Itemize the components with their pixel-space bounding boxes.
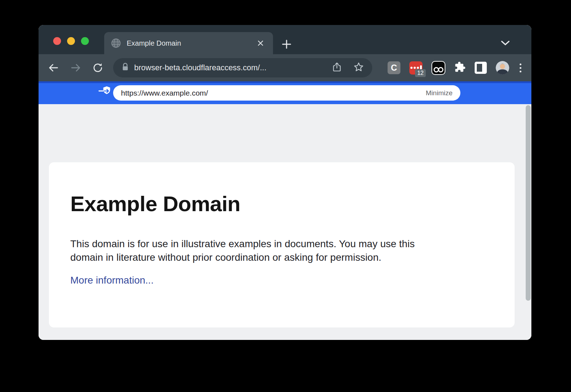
side-panel-icon[interactable] — [475, 62, 487, 74]
address-bar[interactable]: browser-beta.cloudflareaccess.com/... — [113, 58, 372, 77]
window-controls — [53, 37, 89, 45]
isolation-shield-icon — [98, 86, 111, 97]
minimize-button[interactable]: Minimize — [426, 89, 453, 97]
extension-red-dots-icon[interactable]: 12 — [409, 61, 423, 75]
scrollbar-thumb[interactable] — [526, 105, 531, 301]
isolation-url[interactable]: https://www.example.com/ — [121, 89, 208, 97]
extension-black-circles-icon[interactable] — [431, 61, 445, 75]
page-body-text: This domain is for use in illustrative e… — [70, 237, 415, 264]
tab-title: Example Domain — [127, 39, 181, 47]
minimize-window-button[interactable] — [67, 37, 75, 45]
extensions-row: C 12 — [388, 54, 523, 81]
share-icon[interactable] — [332, 62, 342, 73]
address-bar-url[interactable]: browser-beta.cloudflareaccess.com/... — [134, 63, 267, 72]
content-card: Example Domain This domain is for use in… — [49, 162, 515, 327]
body-line-1: This domain is for use in illustrative e… — [70, 237, 415, 251]
extension-c-icon[interactable]: C — [388, 61, 400, 74]
isolation-address-bar[interactable]: https://www.example.com/ Minimize — [113, 85, 460, 101]
more-information-link[interactable]: More information... — [70, 275, 153, 286]
reload-button[interactable] — [92, 62, 104, 74]
browser-menu-icon[interactable] — [518, 62, 523, 74]
bookmark-star-icon[interactable] — [354, 62, 364, 73]
globe-favicon-icon — [111, 39, 121, 48]
tab-strip: Example Domain — [39, 25, 531, 54]
extension-badge-count: 12 — [415, 69, 426, 77]
isolation-bar: https://www.example.com/ Minimize — [39, 81, 531, 104]
back-button[interactable] — [47, 62, 60, 74]
lock-icon[interactable] — [122, 63, 129, 73]
profile-avatar[interactable] — [496, 61, 509, 75]
body-line-2: domain in literature without prior coord… — [70, 251, 415, 264]
new-tab-button[interactable] — [278, 36, 295, 52]
browser-window: Example Domain — [39, 25, 531, 340]
tab-search-chevron-icon[interactable] — [500, 39, 511, 47]
page-viewport: Example Domain This domain is for use in… — [39, 104, 531, 340]
forward-button[interactable] — [70, 62, 82, 74]
page-heading: Example Domain — [70, 192, 241, 216]
tab-close-icon[interactable] — [255, 38, 266, 49]
close-window-button[interactable] — [53, 37, 61, 45]
zoom-window-button[interactable] — [81, 37, 89, 45]
browser-tab[interactable]: Example Domain — [104, 32, 273, 54]
extensions-puzzle-icon[interactable] — [454, 61, 466, 74]
browser-toolbar: browser-beta.cloudflareaccess.com/... C … — [39, 54, 531, 81]
